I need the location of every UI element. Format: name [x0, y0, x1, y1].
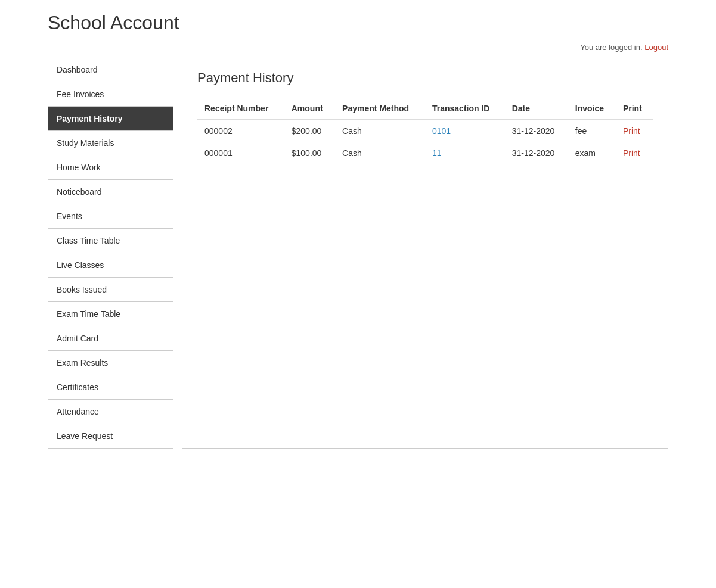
cell-receipt-number: 000001	[197, 142, 284, 164]
print-link[interactable]: Print	[623, 148, 640, 158]
cell-print[interactable]: Print	[616, 142, 653, 164]
page-title: School Account	[48, 12, 668, 34]
logged-in-text: You are logged in.	[580, 43, 642, 52]
table-col-invoice: Invoice	[568, 98, 616, 120]
table-header-row: Receipt NumberAmountPayment MethodTransa…	[197, 98, 653, 120]
cell-payment-method: Cash	[335, 142, 425, 164]
sidebar-item-books-issued[interactable]: Books Issued	[48, 278, 173, 302]
sidebar-item-fee-invoices[interactable]: Fee Invoices	[48, 82, 173, 107]
table-col-print: Print	[616, 98, 653, 120]
table-row: 000002$200.00Cash010131-12-2020feePrint	[197, 120, 653, 142]
sidebar-item-payment-history[interactable]: Payment History	[48, 107, 173, 131]
table-col-transaction-id: Transaction ID	[425, 98, 505, 120]
cell-date: 31-12-2020	[505, 142, 568, 164]
sidebar-item-events[interactable]: Events	[48, 204, 173, 229]
transaction-id-link[interactable]: 11	[432, 148, 442, 158]
cell-transaction-id[interactable]: 11	[425, 142, 505, 164]
sidebar-item-noticeboard[interactable]: Noticeboard	[48, 180, 173, 204]
cell-date: 31-12-2020	[505, 120, 568, 142]
logout-link[interactable]: Logout	[644, 43, 668, 52]
table-col-payment-method: Payment Method	[335, 98, 425, 120]
table-col-receipt-number: Receipt Number	[197, 98, 284, 120]
sidebar-item-admit-card[interactable]: Admit Card	[48, 326, 173, 351]
cell-payment-method: Cash	[335, 120, 425, 142]
sidebar-item-study-materials[interactable]: Study Materials	[48, 131, 173, 155]
cell-transaction-id[interactable]: 0101	[425, 120, 505, 142]
sidebar-item-home-work[interactable]: Home Work	[48, 155, 173, 180]
cell-amount: $200.00	[284, 120, 335, 142]
cell-invoice: fee	[568, 120, 616, 142]
main-content: Payment History Receipt NumberAmountPaym…	[182, 58, 668, 449]
print-link[interactable]: Print	[623, 126, 640, 136]
sidebar-item-leave-request[interactable]: Leave Request	[48, 424, 173, 449]
sidebar-item-live-classes[interactable]: Live Classes	[48, 253, 173, 278]
sidebar: DashboardFee InvoicesPayment HistoryStud…	[48, 58, 173, 449]
cell-invoice: exam	[568, 142, 616, 164]
table-col-amount: Amount	[284, 98, 335, 120]
sidebar-item-exam-time-table[interactable]: Exam Time Table	[48, 302, 173, 326]
cell-amount: $100.00	[284, 142, 335, 164]
payment-table: Receipt NumberAmountPayment MethodTransa…	[197, 98, 653, 164]
table-body: 000002$200.00Cash010131-12-2020feePrint0…	[197, 120, 653, 164]
sidebar-item-class-time-table[interactable]: Class Time Table	[48, 229, 173, 253]
content-title: Payment History	[197, 70, 653, 86]
sidebar-item-certificates[interactable]: Certificates	[48, 375, 173, 400]
cell-receipt-number: 000002	[197, 120, 284, 142]
sidebar-item-exam-results[interactable]: Exam Results	[48, 351, 173, 375]
cell-print[interactable]: Print	[616, 120, 653, 142]
transaction-id-link[interactable]: 0101	[432, 126, 451, 136]
sidebar-item-attendance[interactable]: Attendance	[48, 400, 173, 424]
table-header: Receipt NumberAmountPayment MethodTransa…	[197, 98, 653, 120]
table-col-date: Date	[505, 98, 568, 120]
top-bar: You are logged in. Logout	[0, 40, 716, 58]
table-row: 000001$100.00Cash1131-12-2020examPrint	[197, 142, 653, 164]
sidebar-item-dashboard[interactable]: Dashboard	[48, 58, 173, 82]
